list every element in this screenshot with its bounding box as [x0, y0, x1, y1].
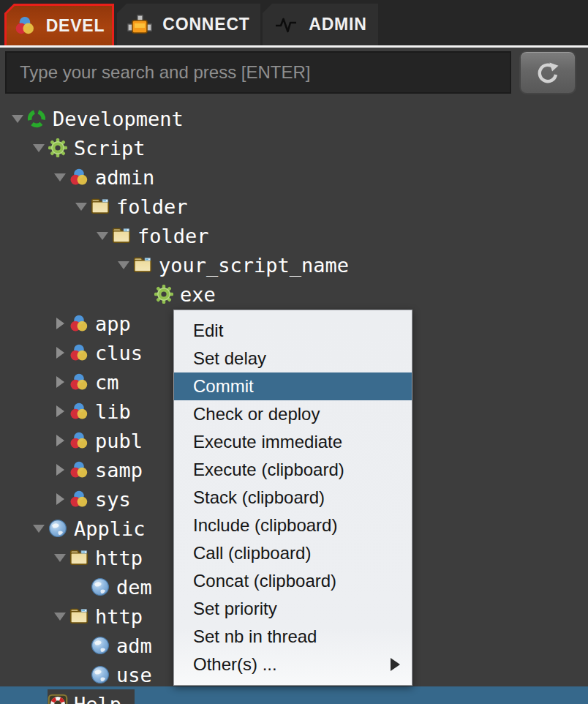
- tree-item-label: clus: [95, 342, 143, 364]
- connector-icon: [127, 13, 152, 37]
- tree-item-folder[interactable]: folder: [0, 192, 588, 221]
- chevron-right-icon[interactable]: [51, 338, 69, 367]
- tree-item-label: dem: [116, 576, 152, 599]
- tab-connect[interactable]: CONNECT: [117, 4, 260, 45]
- expander-spacer: [72, 631, 90, 660]
- chevron-down-icon[interactable]: [51, 543, 69, 572]
- menu-item-label: Concat (clipboard): [193, 571, 336, 591]
- chevron-right-icon[interactable]: [51, 426, 69, 455]
- tab-admin[interactable]: ADMIN: [263, 4, 378, 45]
- chevron-right-icon[interactable]: [51, 455, 69, 484]
- menu-item-include-clipboard[interactable]: Include (clipboard): [174, 512, 412, 539]
- tree-item-label: folder: [137, 225, 209, 247]
- chevron-right-icon[interactable]: [51, 397, 69, 426]
- menu-item-label: Execute (clipboard): [193, 460, 344, 480]
- chevron-down-icon[interactable]: [30, 514, 48, 543]
- chevron-down-icon[interactable]: [9, 104, 26, 133]
- tree-item-label: http: [95, 547, 143, 569]
- menu-item-set-nb-in-thread[interactable]: Set nb in thread: [174, 623, 412, 651]
- tab-label: DEVEL: [46, 16, 105, 36]
- menu-item-set-priority[interactable]: Set priority: [174, 595, 412, 623]
- chevron-down-icon[interactable]: [94, 221, 111, 250]
- chevron-down-icon[interactable]: [115, 250, 132, 280]
- tab-inner: CONNECT: [117, 4, 260, 45]
- refresh-button[interactable]: [519, 50, 576, 94]
- search-input[interactable]: [5, 51, 511, 94]
- menu-item-set-delay[interactable]: Set delay: [174, 345, 412, 372]
- tree-item-help[interactable]: Help: [0, 689, 588, 704]
- tree-item-your-script-name[interactable]: your_script_name: [0, 250, 588, 280]
- chevron-down-icon[interactable]: [51, 162, 69, 192]
- chevron-down-icon[interactable]: [51, 602, 69, 631]
- tab-label: CONNECT: [162, 15, 249, 34]
- app-window: DEVELCONNECTADMIN DevelopmentScriptadmin…: [0, 0, 588, 704]
- expander-arrow: [56, 347, 64, 359]
- tricolor-icon: [69, 400, 89, 422]
- menu-item-label: Other(s) ...: [193, 654, 277, 675]
- expander-spacer: [136, 280, 154, 309]
- expander-spacer: [30, 689, 48, 704]
- refresh-icon: [533, 58, 562, 87]
- tree-item-exe[interactable]: exe: [0, 280, 588, 309]
- tricolor-icon: [69, 342, 89, 364]
- chevron-down-icon[interactable]: [72, 192, 90, 221]
- tree-item-label: sys: [95, 488, 131, 511]
- expander-spacer: [72, 572, 90, 602]
- tree-item-label: Development: [53, 108, 184, 130]
- menu-item-other-s[interactable]: Other(s) ...: [174, 651, 412, 678]
- expander-arrow: [54, 173, 66, 181]
- expander-arrow: [54, 554, 66, 562]
- menu-item-label: Call (clipboard): [193, 543, 311, 563]
- menu-item-label: Set priority: [193, 599, 277, 619]
- tree-item-label: adm: [116, 634, 152, 657]
- tricolor-icon: [69, 371, 89, 393]
- folder-icon: [90, 195, 110, 217]
- menu-item-call-clipboard[interactable]: Call (clipboard): [174, 539, 412, 567]
- menu-item-edit[interactable]: Edit: [174, 317, 412, 345]
- expander-arrow: [56, 405, 64, 417]
- menu-item-concat-clipboard[interactable]: Concat (clipboard): [174, 567, 412, 595]
- menu-item-execute-clipboard[interactable]: Execute (clipboard): [174, 456, 412, 484]
- menu-item-label: Edit: [193, 321, 223, 341]
- tree-item-chip: Help: [48, 689, 135, 704]
- menu-item-check-or-deploy[interactable]: Check or deploy: [174, 400, 412, 428]
- expander-arrow: [56, 318, 64, 329]
- expander-spacer: [72, 660, 90, 689]
- tree-item-label: http: [95, 605, 143, 628]
- menu-item-execute-immediate[interactable]: Execute immediate: [174, 428, 412, 456]
- tricolor-icon: [69, 166, 89, 188]
- tree-item-folder[interactable]: folder: [0, 221, 588, 250]
- tree-item-admin[interactable]: admin: [0, 162, 588, 192]
- chevron-down-icon[interactable]: [30, 133, 48, 162]
- gear-icon: [154, 283, 174, 305]
- folder-icon: [69, 547, 89, 569]
- expander-arrow: [33, 525, 45, 533]
- menu-item-label: Commit: [193, 376, 254, 397]
- folder-icon: [69, 605, 89, 627]
- chevron-right-icon[interactable]: [51, 309, 69, 338]
- tricolor-icon: [69, 430, 89, 452]
- expander-arrow: [56, 464, 64, 476]
- context-menu: EditSet delayCommitCheck or deployExecut…: [173, 310, 412, 686]
- tree-item-development[interactable]: Development: [0, 104, 588, 133]
- tree-item-label: Applic: [74, 517, 146, 540]
- recycle-ring-icon: [26, 108, 47, 130]
- menu-item-stack-clipboard[interactable]: Stack (clipboard): [174, 484, 412, 512]
- expander-arrow: [118, 261, 129, 269]
- tab-inner: DEVEL: [7, 6, 112, 45]
- expander-arrow: [97, 232, 108, 240]
- tab-devel[interactable]: DEVEL: [4, 4, 114, 45]
- tab-bar: DEVELCONNECTADMIN: [0, 0, 588, 45]
- tricolor-icon: [69, 488, 89, 510]
- chevron-right-icon[interactable]: [51, 367, 69, 397]
- folder-icon: [132, 254, 153, 276]
- expander-arrow: [75, 203, 87, 211]
- tree-item-label: folder: [116, 195, 188, 218]
- menu-item-label: Stack (clipboard): [193, 487, 325, 508]
- tree-item-label: app: [95, 312, 131, 335]
- tab-label: ADMIN: [309, 15, 366, 34]
- tree-item-script[interactable]: Script: [0, 133, 588, 162]
- tab-inner: ADMIN: [263, 4, 378, 45]
- menu-item-commit[interactable]: Commit: [174, 372, 412, 400]
- chevron-right-icon[interactable]: [51, 484, 69, 514]
